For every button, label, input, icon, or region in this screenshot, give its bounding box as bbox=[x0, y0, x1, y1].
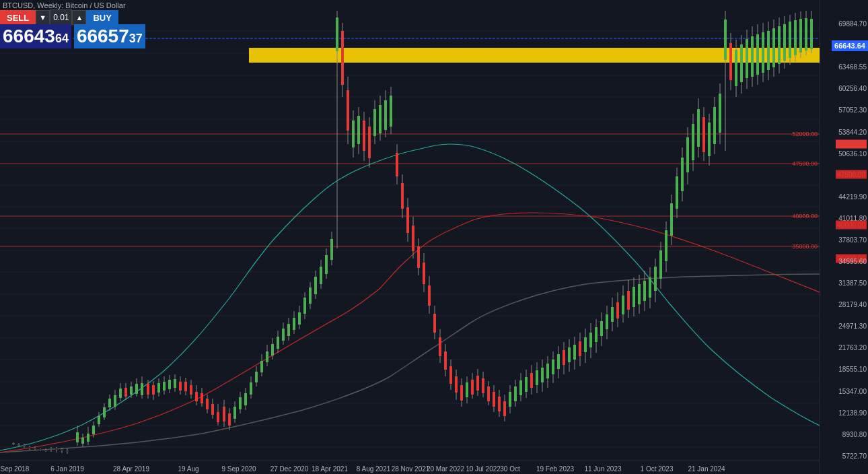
svg-rect-220 bbox=[541, 368, 544, 382]
price-labels: 69884.7063468.5560256.4057052.3053844.20… bbox=[820, 9, 868, 461]
svg-rect-126 bbox=[287, 324, 290, 336]
svg-rect-108 bbox=[239, 397, 242, 409]
svg-rect-266 bbox=[665, 230, 667, 261]
svg-rect-222 bbox=[546, 364, 549, 378]
svg-rect-80 bbox=[163, 382, 166, 391]
svg-rect-256 bbox=[638, 284, 641, 304]
svg-rect-298 bbox=[751, 36, 754, 77]
chart-area[interactable]: .candle-body { stroke-width: 1; } .wick … bbox=[0, 9, 820, 461]
svg-rect-148 bbox=[347, 90, 349, 131]
svg-rect-200 bbox=[487, 386, 490, 401]
svg-rect-214 bbox=[525, 377, 528, 392]
price-axis-label: 52000.00 bbox=[836, 140, 867, 149]
price-axis-label: 63468.55 bbox=[838, 63, 867, 71]
svg-rect-70 bbox=[135, 384, 138, 394]
svg-rect-194 bbox=[471, 380, 474, 395]
svg-rect-190 bbox=[460, 385, 463, 401]
svg-rect-58 bbox=[103, 407, 106, 417]
svg-rect-218 bbox=[536, 370, 538, 385]
svg-rect-318 bbox=[805, 18, 807, 50]
svg-rect-272 bbox=[681, 158, 684, 191]
svg-rect-64 bbox=[119, 388, 122, 398]
svg-rect-310 bbox=[783, 24, 786, 61]
price-axis-label: 21763.20 bbox=[838, 344, 867, 351]
svg-rect-48 bbox=[76, 432, 79, 442]
svg-rect-136 bbox=[314, 277, 317, 294]
svg-rect-86 bbox=[179, 382, 182, 391]
svg-rect-160 bbox=[379, 105, 382, 133]
price-axis-label: 15347.00 bbox=[838, 387, 867, 395]
buy-price-main: 66657 bbox=[77, 26, 129, 47]
svg-rect-238 bbox=[589, 333, 592, 347]
svg-rect-162 bbox=[384, 100, 387, 130]
price-axis-label: 69884.70 bbox=[838, 20, 867, 28]
svg-rect-116 bbox=[260, 361, 263, 372]
current-price-label: 66643.64 bbox=[832, 40, 868, 51]
buy-button[interactable]: BUY bbox=[86, 10, 118, 26]
svg-rect-152 bbox=[357, 116, 360, 144]
svg-rect-188 bbox=[455, 376, 458, 393]
svg-rect-122 bbox=[277, 337, 279, 349]
sell-button[interactable]: SELL bbox=[0, 10, 36, 26]
svg-rect-168 bbox=[401, 183, 404, 209]
time-axis-label: 28 Nov 2021 bbox=[392, 465, 430, 473]
time-labels-container: 16 Sep 20186 Jan 201928 Apr 201919 Aug9 … bbox=[0, 461, 820, 474]
price-axis-label: 37803.70 bbox=[838, 236, 867, 243]
svg-rect-206 bbox=[503, 401, 506, 416]
svg-rect-302 bbox=[762, 32, 764, 73]
svg-rect-26 bbox=[12, 443, 15, 444]
svg-rect-76 bbox=[152, 385, 155, 395]
buy-price-wrap: 66657 37 bbox=[74, 24, 145, 48]
sell-price-main: 66643 bbox=[3, 26, 55, 47]
time-axis-label: 10 Jul 2022 bbox=[466, 465, 501, 473]
svg-rect-290 bbox=[729, 43, 732, 80]
svg-rect-236 bbox=[584, 337, 587, 352]
price-axis-label: 8930.80 bbox=[842, 430, 867, 438]
time-axis-label: 18 Apr 2021 bbox=[312, 465, 348, 473]
qty-down-button[interactable]: ▼ bbox=[36, 10, 50, 25]
svg-rect-312 bbox=[789, 22, 791, 58]
price-axis-label: 47500.00 bbox=[836, 170, 867, 179]
svg-rect-280 bbox=[702, 117, 705, 152]
sell-price-wrap: 66643 64 bbox=[0, 24, 71, 48]
svg-rect-198 bbox=[482, 378, 484, 393]
svg-rect-208 bbox=[509, 392, 511, 407]
svg-rect-118 bbox=[266, 351, 268, 362]
svg-rect-106 bbox=[233, 407, 236, 419]
price-axis-label: 40000.00 bbox=[836, 221, 867, 230]
time-axis-label: 20 Mar 2022 bbox=[427, 465, 464, 473]
svg-rect-42 bbox=[55, 448, 58, 450]
svg-rect-114 bbox=[255, 372, 258, 382]
svg-text:35000.00: 35000.00 bbox=[792, 243, 818, 250]
svg-rect-216 bbox=[530, 373, 533, 388]
svg-rect-248 bbox=[616, 302, 619, 318]
svg-rect-62 bbox=[114, 395, 116, 407]
svg-rect-296 bbox=[746, 39, 748, 78]
svg-rect-120 bbox=[271, 344, 274, 356]
svg-rect-138 bbox=[320, 267, 322, 284]
time-axis-label: 16 Sep 2018 bbox=[0, 465, 29, 473]
svg-rect-144 bbox=[336, 18, 338, 51]
price-axis-label: 60256.40 bbox=[838, 85, 867, 92]
time-axis-label: 9 Sep 2020 bbox=[221, 465, 256, 473]
svg-rect-72 bbox=[141, 383, 143, 395]
svg-rect-210 bbox=[514, 386, 517, 401]
qty-up-button[interactable]: ▲ bbox=[72, 10, 86, 25]
trade-panel: SELL ▼ 0.01 ▲ BUY bbox=[0, 9, 118, 26]
svg-rect-164 bbox=[390, 96, 392, 127]
svg-rect-150 bbox=[352, 121, 355, 147]
svg-rect-156 bbox=[368, 127, 371, 158]
svg-rect-244 bbox=[606, 314, 608, 329]
svg-rect-308 bbox=[778, 26, 781, 64]
svg-rect-132 bbox=[303, 298, 306, 314]
svg-rect-250 bbox=[622, 296, 624, 314]
svg-rect-134 bbox=[309, 287, 312, 304]
svg-rect-98 bbox=[211, 404, 214, 415]
time-axis-label: 19 Feb 2023 bbox=[536, 465, 574, 473]
time-axis-label: 6 Jan 2019 bbox=[50, 465, 84, 473]
svg-rect-74 bbox=[147, 384, 149, 395]
chart-container: BTCUSD, Weekly: Bitcoin / US Dollar SELL… bbox=[0, 0, 868, 474]
svg-rect-274 bbox=[686, 137, 689, 172]
svg-rect-242 bbox=[600, 321, 603, 336]
time-axis-label: 1 Oct 2023 bbox=[641, 465, 674, 473]
